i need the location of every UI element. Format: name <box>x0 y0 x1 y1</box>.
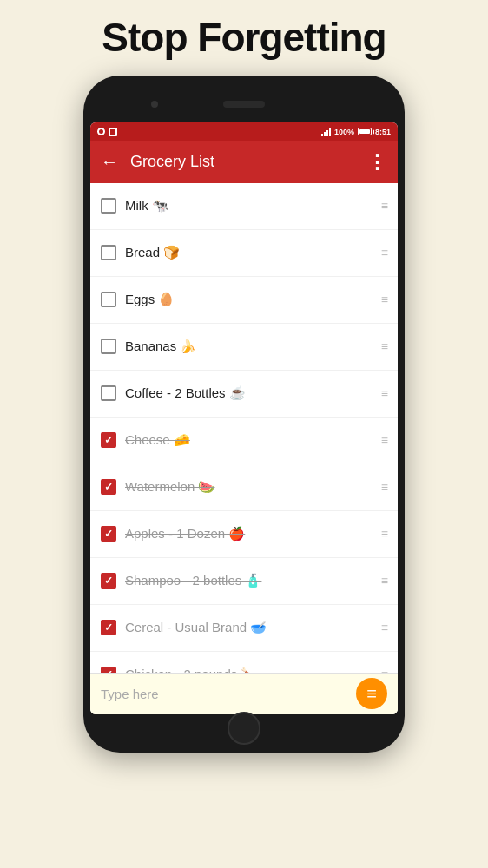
item-label-1: Milk 🐄 <box>125 198 373 214</box>
checkbox-item-10[interactable] <box>101 620 116 635</box>
phone-screen: 100% 8:51 ← Grocery List ⋮ Milk 🐄≡Bread … <box>90 122 398 714</box>
checkbox-item-2[interactable] <box>101 245 116 260</box>
item-label-5: Coffee - 2 Bottles ☕ <box>125 385 373 401</box>
battery-percent: 100% <box>334 128 354 136</box>
checkbox-item-5[interactable] <box>101 385 116 401</box>
input-bar: Type here ≡ <box>90 673 398 714</box>
sim-icon <box>109 128 117 136</box>
grocery-list: Milk 🐄≡Bread 🍞≡Eggs 🥚≡Bananas 🍌≡Coffee -… <box>90 183 398 673</box>
home-button[interactable] <box>228 712 260 745</box>
checkbox-item-9[interactable] <box>101 573 116 589</box>
list-item: Cheese 🧀≡ <box>90 418 398 464</box>
item-label-9: Shampoo - 2 bottles 🧴 <box>125 573 373 589</box>
input-placeholder[interactable]: Type here <box>101 687 356 701</box>
battery-icon <box>358 128 372 135</box>
list-item: Apples - 1 Dozen 🍎≡ <box>90 511 398 558</box>
phone-top-bezel <box>90 86 398 122</box>
list-item: Bread 🍞≡ <box>90 230 398 277</box>
list-item: Milk 🐄≡ <box>90 183 398 230</box>
item-label-3: Eggs 🥚 <box>125 292 373 307</box>
item-label-8: Apples - 1 Dozen 🍎 <box>125 526 373 542</box>
add-icon: ≡ <box>366 685 377 702</box>
status-left <box>97 128 117 136</box>
drag-handle-4[interactable]: ≡ <box>381 339 387 353</box>
toolbar: ← Grocery List ⋮ <box>90 141 398 183</box>
page-headline: Stop Forgetting <box>102 16 386 60</box>
drag-handle-10[interactable]: ≡ <box>381 621 387 635</box>
phone-bottom-bezel <box>90 714 398 742</box>
checkbox-item-1[interactable] <box>101 198 116 214</box>
checkbox-item-6[interactable] <box>101 432 116 448</box>
recording-indicator <box>97 128 105 135</box>
item-label-4: Bananas 🍌 <box>125 339 373 354</box>
phone-speaker <box>223 101 265 108</box>
drag-handle-2[interactable]: ≡ <box>381 246 387 260</box>
list-item: Bananas 🍌≡ <box>90 324 398 371</box>
item-label-7: Watermelon 🍉 <box>125 479 373 495</box>
item-label-2: Bread 🍞 <box>125 245 373 260</box>
list-item: Shampoo - 2 bottles 🧴≡ <box>90 558 398 605</box>
item-label-6: Cheese 🧀 <box>125 432 373 448</box>
phone-camera <box>151 101 158 108</box>
drag-handle-7[interactable]: ≡ <box>381 480 387 494</box>
drag-handle-5[interactable]: ≡ <box>381 386 387 400</box>
add-item-button[interactable]: ≡ <box>356 678 387 709</box>
signal-icon <box>321 128 331 136</box>
drag-handle-8[interactable]: ≡ <box>381 527 387 541</box>
back-button[interactable]: ← <box>101 152 118 172</box>
drag-handle-1[interactable]: ≡ <box>381 199 387 213</box>
toolbar-title: Grocery List <box>130 153 367 171</box>
checkbox-item-3[interactable] <box>101 292 116 307</box>
checkbox-item-7[interactable] <box>101 479 116 495</box>
list-item: Chicken - 2 pounds 🍗≡ <box>90 652 398 673</box>
list-item: Coffee - 2 Bottles ☕≡ <box>90 371 398 418</box>
phone-shell: 100% 8:51 ← Grocery List ⋮ Milk 🐄≡Bread … <box>83 76 405 753</box>
list-item: Cereal - Usual Brand 🥣≡ <box>90 605 398 652</box>
clock: 8:51 <box>375 128 391 136</box>
battery-fill <box>359 129 370 134</box>
drag-handle-9[interactable]: ≡ <box>381 574 387 588</box>
status-right: 100% 8:51 <box>321 128 391 136</box>
more-options-button[interactable]: ⋮ <box>367 151 387 174</box>
drag-handle-3[interactable]: ≡ <box>381 293 387 306</box>
checkbox-item-4[interactable] <box>101 339 116 354</box>
item-label-10: Cereal - Usual Brand 🥣 <box>125 620 373 635</box>
list-item: Eggs 🥚≡ <box>90 277 398 324</box>
status-bar: 100% 8:51 <box>90 122 398 141</box>
list-item: Watermelon 🍉≡ <box>90 464 398 511</box>
drag-handle-6[interactable]: ≡ <box>381 433 387 447</box>
checkbox-item-8[interactable] <box>101 526 116 542</box>
